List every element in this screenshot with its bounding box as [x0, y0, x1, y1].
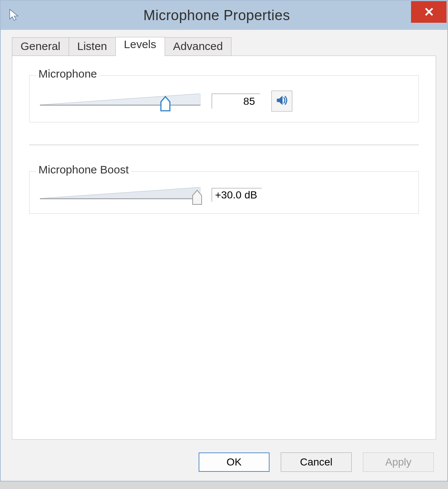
button-label: Cancel — [300, 456, 332, 468]
button-label: Apply — [385, 456, 411, 468]
microphone-slider[interactable] — [40, 93, 200, 109]
cancel-button[interactable]: Cancel — [281, 452, 352, 472]
window-title: Microphone Properties — [22, 7, 411, 23]
close-button[interactable]: ✕ — [411, 1, 447, 23]
tab-general[interactable]: General — [12, 37, 69, 56]
properties-dialog: Microphone Properties ✕ General Listen L… — [0, 0, 448, 482]
tab-label: General — [21, 40, 60, 52]
close-icon: ✕ — [424, 4, 434, 19]
client-area: General Listen Levels Advanced Microphon… — [1, 30, 447, 444]
svg-marker-1 — [40, 187, 200, 198]
titlebar[interactable]: Microphone Properties ✕ — [1, 1, 447, 30]
apply-button: Apply — [363, 452, 434, 472]
boost-slider-thumb[interactable] — [191, 189, 203, 205]
boost-value: +30.0 dB — [212, 188, 262, 202]
speaker-icon — [275, 94, 289, 109]
tab-levels[interactable]: Levels — [115, 37, 165, 56]
boost-group: Microphone Boost +30.0 dB — [29, 171, 419, 214]
microphone-group-label: Microphone — [36, 68, 99, 80]
microphone-slider-thumb[interactable] — [159, 96, 171, 112]
cursor-icon — [7, 8, 22, 23]
tab-label: Levels — [124, 38, 156, 50]
microphone-mute-button[interactable] — [271, 91, 292, 112]
tab-panel-levels: Microphone 85 — [12, 56, 436, 440]
svg-marker-0 — [40, 94, 200, 105]
tab-listen[interactable]: Listen — [69, 37, 116, 56]
ok-button[interactable]: OK — [199, 452, 270, 472]
boost-slider[interactable] — [40, 186, 200, 203]
microphone-group: Microphone 85 — [29, 75, 419, 122]
dialog-footer: OK Cancel Apply — [1, 444, 447, 481]
boost-group-label: Microphone Boost — [36, 163, 131, 176]
divider — [29, 145, 419, 145]
tab-label: Listen — [77, 40, 107, 52]
tab-advanced[interactable]: Advanced — [165, 37, 231, 56]
microphone-value: 85 — [212, 94, 260, 109]
button-label: OK — [227, 456, 242, 468]
tab-label: Advanced — [173, 40, 223, 52]
tab-strip: General Listen Levels Advanced — [12, 37, 436, 56]
